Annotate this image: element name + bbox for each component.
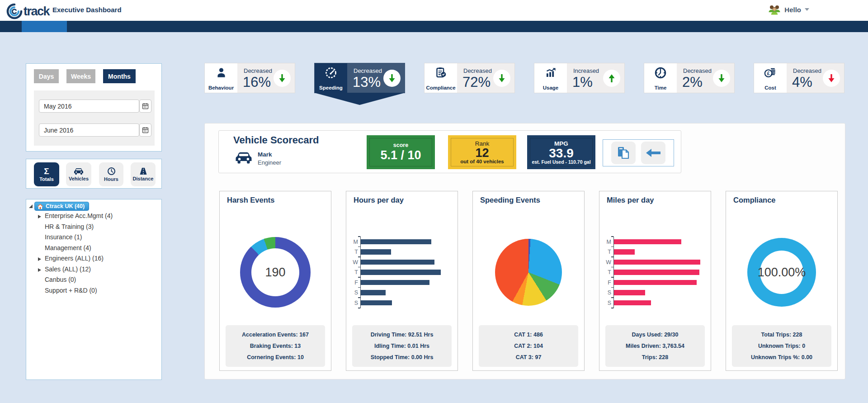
stat-line: Cornering Events: 10 bbox=[227, 354, 323, 360]
date-from-calendar-button[interactable] bbox=[139, 100, 151, 113]
decrease-arrow-icon bbox=[716, 73, 727, 84]
bar-category-label: T bbox=[604, 269, 611, 275]
bar-category-label: S bbox=[351, 300, 358, 306]
bar bbox=[361, 300, 392, 306]
expander-open-icon[interactable] bbox=[29, 204, 33, 208]
tab-vehicles[interactable]: Vehicles bbox=[66, 162, 91, 186]
card-stats: Days Used: 29/30 Miles Driven: 3,763.54 … bbox=[605, 325, 705, 367]
car-icon bbox=[73, 168, 84, 175]
bar bbox=[361, 280, 429, 285]
bar-row: S bbox=[604, 298, 706, 308]
card-title: Hours per day bbox=[354, 196, 404, 204]
score-box: score 5.1 / 10 bbox=[367, 135, 435, 169]
bar-track bbox=[360, 277, 441, 288]
tree-item[interactable]: Insurance (1) bbox=[45, 233, 82, 241]
metric-selector-card: Σ Totals Vehicles Hours Distance bbox=[26, 159, 162, 189]
kpi-tile-time[interactable]: Time Decreased 2% bbox=[644, 63, 735, 93]
stat-line: CAT 3: 97 bbox=[481, 354, 576, 360]
tree-item[interactable]: HR & Training (3) bbox=[45, 223, 94, 230]
bar-category-label: S bbox=[604, 300, 611, 306]
bar-track bbox=[613, 267, 700, 278]
stat-line: Stopped Time: 0.00 Hrs bbox=[354, 354, 450, 360]
donut-hole: 190 bbox=[251, 248, 299, 296]
date-to-calendar-button[interactable] bbox=[139, 123, 151, 137]
bar-track bbox=[360, 247, 441, 257]
tree-item[interactable]: Support + R&D (0) bbox=[45, 287, 97, 294]
bar-track bbox=[360, 267, 441, 278]
car-icon bbox=[234, 152, 253, 164]
kpi-tile-speeding[interactable]: Speeding Decreased 13% bbox=[314, 63, 405, 93]
tree-item[interactable]: Sales (ALL) (12) bbox=[45, 266, 91, 273]
tree-item[interactable]: Engineers (ALL) (16) bbox=[45, 255, 104, 262]
vehicle-scorecard: Vehicle Scorecard Mark Engineer score 5.… bbox=[218, 130, 681, 173]
date-from-input[interactable] bbox=[39, 100, 139, 113]
user-menu[interactable]: Hello bbox=[768, 4, 809, 15]
header: track Executive Dashboard Hello bbox=[0, 0, 868, 21]
card-title: Speeding Events bbox=[480, 196, 540, 204]
copy-button[interactable] bbox=[611, 142, 636, 164]
tab-days[interactable]: Days bbox=[34, 69, 59, 83]
speedometer-icon bbox=[325, 66, 337, 79]
bar bbox=[361, 270, 441, 275]
stat-line: Idling Time: 0.01 Hrs bbox=[354, 343, 450, 349]
tab-hours[interactable]: Hours bbox=[99, 162, 123, 186]
bar-track bbox=[613, 237, 700, 247]
tree-root-label: Ctrack UK (40) bbox=[46, 203, 85, 209]
stat-line: Braking Events: 13 bbox=[227, 343, 323, 349]
donut-chart: 190 bbox=[240, 237, 311, 308]
card-speeding-events: Speeding Events CAT 1: 486 CAT 2: 104 CA… bbox=[472, 191, 585, 371]
card-miles-per-day: Miles per day MTWTFSS Days Used: 29/30 M… bbox=[599, 191, 711, 371]
tree-item[interactable]: Management (4) bbox=[45, 244, 91, 251]
expander-closed-icon[interactable] bbox=[38, 268, 41, 272]
hours-per-day-chart: MTWTFSS bbox=[346, 220, 458, 324]
bar bbox=[614, 270, 699, 275]
left-arrow-icon bbox=[646, 148, 661, 157]
bar-track bbox=[360, 288, 441, 298]
bar-category-label: T bbox=[351, 249, 358, 255]
bar-track bbox=[360, 237, 441, 247]
bar-row: S bbox=[604, 288, 706, 298]
page-title: Executive Dashboard bbox=[52, 6, 122, 14]
bar-row: T bbox=[351, 267, 453, 278]
clock-icon bbox=[107, 167, 116, 175]
decrease-arrow-icon bbox=[387, 73, 397, 84]
person-icon bbox=[215, 66, 227, 79]
back-button[interactable] bbox=[641, 142, 665, 164]
expander-closed-icon[interactable] bbox=[38, 257, 41, 261]
decrease-arrow-icon bbox=[277, 73, 288, 84]
tree-item[interactable]: Canbus (0) bbox=[45, 276, 76, 283]
tree-root-ctrack-uk[interactable]: Ctrack UK (40) bbox=[34, 202, 89, 211]
copy-icon bbox=[617, 146, 630, 160]
clock-icon bbox=[654, 66, 667, 79]
bar bbox=[614, 260, 700, 265]
card-harsh-events: Harsh Events 190 Acceleration Events: 16… bbox=[219, 191, 331, 371]
bar-category-label: M bbox=[604, 239, 611, 245]
scorecard-actions bbox=[603, 139, 674, 166]
tab-totals[interactable]: Σ Totals bbox=[34, 162, 59, 186]
tab-distance[interactable]: Distance bbox=[131, 162, 156, 186]
tree-item[interactable]: Enterprise Acc.Mgmt (4) bbox=[45, 212, 113, 219]
pie-chart bbox=[495, 239, 562, 306]
stat-line: Unknown Trips: 0 bbox=[734, 343, 830, 349]
home-icon bbox=[37, 204, 43, 209]
selected-tile-pointer bbox=[314, 93, 405, 105]
nav-active-indicator bbox=[22, 21, 67, 32]
bar-track bbox=[613, 288, 700, 298]
bar-category-label: W bbox=[604, 259, 611, 266]
kpi-tile-compliance[interactable]: Compliance Decreased 72% bbox=[424, 63, 515, 93]
kpi-tile-behaviour[interactable]: Behaviour Decreased 16% bbox=[204, 63, 295, 93]
bar bbox=[614, 249, 635, 255]
avatar-group-icon bbox=[768, 4, 781, 15]
kpi-tile-cost[interactable]: £ Cost Decreased 4% bbox=[754, 63, 844, 93]
rank-box: Rank 12 out of 40 vehicles bbox=[448, 135, 516, 169]
ctrack-logo[interactable]: track bbox=[6, 3, 49, 19]
kpi-tile-usage[interactable]: Usage Increased 1% bbox=[534, 63, 625, 93]
bar-category-label: S bbox=[604, 289, 611, 296]
bar bbox=[614, 300, 651, 306]
expander-closed-icon[interactable] bbox=[38, 215, 41, 218]
tab-months[interactable]: Months bbox=[103, 69, 136, 83]
card-stats: Total Trips: 228 Unknown Trips: 0 Unknow… bbox=[732, 325, 831, 367]
date-to-input[interactable] bbox=[39, 123, 139, 137]
tab-weeks[interactable]: Weeks bbox=[66, 69, 95, 83]
bar-row: W bbox=[604, 257, 706, 267]
